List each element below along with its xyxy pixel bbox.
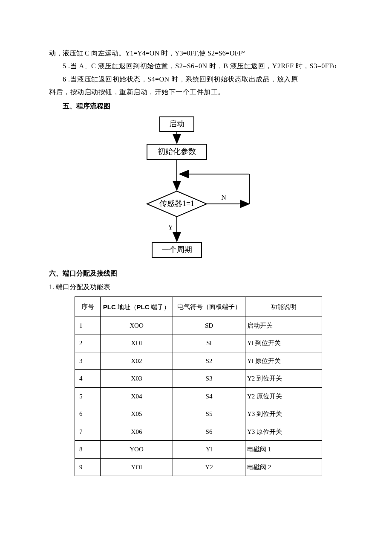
io-cell-idx: 9 bbox=[75, 458, 101, 476]
table-row: 3 X02 S2 Yl 原位开关 bbox=[75, 352, 322, 370]
io-cell-idx: 5 bbox=[75, 387, 101, 405]
paragraph-cont: 动，液压缸 C 向左运动。Y1=Y4=ON 时，Y3=0FF,使 S2=S6=O… bbox=[49, 47, 343, 60]
io-cell-idx: 2 bbox=[75, 334, 101, 352]
io-cell-fn: Y3 到位开关 bbox=[245, 405, 322, 423]
table-row: 1 XOO SD 启动开关 bbox=[75, 317, 322, 334]
io-cell-plc: YOO bbox=[101, 441, 173, 459]
subheading-6-1: 1. 端口分配及功能表 bbox=[49, 281, 343, 293]
heading-section-6: 六、端口分配及接线图 bbox=[49, 267, 343, 280]
io-cell-sym: S5 bbox=[173, 405, 245, 423]
io-cell-plc: X05 bbox=[101, 405, 173, 423]
io-cell-sym: Sl bbox=[173, 334, 245, 352]
io-cell-idx: 6 bbox=[75, 405, 101, 423]
table-row: 2 XOl Sl Yl 到位开关 bbox=[75, 334, 322, 352]
io-th-symbol: 电气符号（面板端子） bbox=[173, 296, 245, 317]
io-cell-fn: Yl 原位开关 bbox=[245, 352, 322, 370]
io-cell-plc: X03 bbox=[101, 370, 173, 388]
io-cell-fn: 电磁阀 1 bbox=[245, 441, 322, 459]
flow-label-y: Y bbox=[168, 224, 173, 231]
paragraph-step-6-line2: 料后，按动启动按钮，重新启动，开始下一个工件加工。 bbox=[49, 86, 343, 99]
flowchart-svg: 启动 初始化参数 传感器1=1 N Y bbox=[134, 114, 258, 264]
paragraph-step-6-line1: 6 .当液压缸返回初始状态，S4=ON 时，系统回到初始状态取出成品，放入原 bbox=[49, 73, 343, 86]
io-cell-fn: Y2 原位开关 bbox=[245, 387, 322, 405]
io-cell-sym: Yl bbox=[173, 441, 245, 459]
io-table-wrap: 序号 PLC 地址（PLC 端子） 电气符号（面板端子） 功能说明 1 XOO … bbox=[75, 296, 343, 477]
io-table-header-row: 序号 PLC 地址（PLC 端子） 电气符号（面板端子） 功能说明 bbox=[75, 296, 322, 317]
io-cell-plc: X06 bbox=[101, 423, 173, 441]
document-page: 动，液压缸 C 向左运动。Y1=Y4=ON 时，Y3=0FF,使 S2=S6=O… bbox=[0, 0, 392, 555]
io-cell-fn: Y2 到位开关 bbox=[245, 370, 322, 388]
io-cell-idx: 7 bbox=[75, 423, 101, 441]
io-th-plc-rest2: 端子） bbox=[150, 304, 170, 311]
flow-label-n: N bbox=[221, 194, 226, 201]
io-cell-plc: X02 bbox=[101, 352, 173, 370]
io-cell-sym: Y2 bbox=[173, 458, 245, 476]
table-row: 9 YOl Y2 电磁阀 2 bbox=[75, 458, 322, 476]
table-row: 8 YOO Yl 电磁阀 1 bbox=[75, 441, 322, 459]
table-row: 7 X06 S6 Y3 原位开关 bbox=[75, 423, 322, 441]
io-th-index: 序号 bbox=[75, 296, 101, 317]
io-cell-sym: SD bbox=[173, 317, 245, 334]
io-th-plc: PLC 地址（PLC 端子） bbox=[101, 296, 173, 317]
flow-label-start: 启动 bbox=[169, 119, 184, 128]
flow-label-cycle: 一个周期 bbox=[161, 245, 192, 254]
io-cell-fn: 电磁阀 2 bbox=[245, 458, 322, 476]
paragraph-step-5: 5 .当 A、C 液压缸退回到初始位置，S2=S6=0N 时，B 液压缸返回，Y… bbox=[49, 60, 343, 73]
table-row: 6 X05 S5 Y3 到位开关 bbox=[75, 405, 322, 423]
io-table-body: 1 XOO SD 启动开关 2 XOl Sl Yl 到位开关 3 X02 S2 … bbox=[75, 317, 322, 476]
io-cell-fn: 启动开关 bbox=[245, 317, 322, 334]
io-cell-idx: 8 bbox=[75, 441, 101, 459]
io-th-plc-bold2: PLC bbox=[137, 303, 150, 311]
io-cell-sym: S3 bbox=[173, 370, 245, 388]
io-cell-plc: YOl bbox=[101, 458, 173, 476]
io-th-function: 功能说明 bbox=[245, 296, 322, 317]
flow-label-decision: 传感器1=1 bbox=[159, 199, 194, 208]
io-cell-plc: XOl bbox=[101, 334, 173, 352]
io-cell-plc: X04 bbox=[101, 387, 173, 405]
io-cell-sym: S2 bbox=[173, 352, 245, 370]
io-cell-sym: S6 bbox=[173, 423, 245, 441]
table-row: 5 X04 S4 Y2 原位开关 bbox=[75, 387, 322, 405]
io-cell-fn: Y3 原位开关 bbox=[245, 423, 322, 441]
io-cell-fn: Yl 到位开关 bbox=[245, 334, 322, 352]
io-cell-idx: 3 bbox=[75, 352, 101, 370]
heading-section-5: 五、程序流程图 bbox=[49, 100, 343, 113]
flow-label-init: 初始化参数 bbox=[158, 147, 196, 156]
io-th-plc-rest1: 地址（ bbox=[116, 304, 137, 311]
io-cell-plc: XOO bbox=[101, 317, 173, 334]
table-row: 4 X03 S3 Y2 到位开关 bbox=[75, 370, 322, 388]
io-cell-idx: 1 bbox=[75, 317, 101, 334]
flowchart: 启动 初始化参数 传感器1=1 N Y bbox=[49, 114, 343, 264]
io-table: 序号 PLC 地址（PLC 端子） 电气符号（面板端子） 功能说明 1 XOO … bbox=[75, 296, 322, 477]
io-cell-idx: 4 bbox=[75, 370, 101, 388]
io-th-plc-bold1: PLC bbox=[103, 303, 116, 311]
io-cell-sym: S4 bbox=[173, 387, 245, 405]
